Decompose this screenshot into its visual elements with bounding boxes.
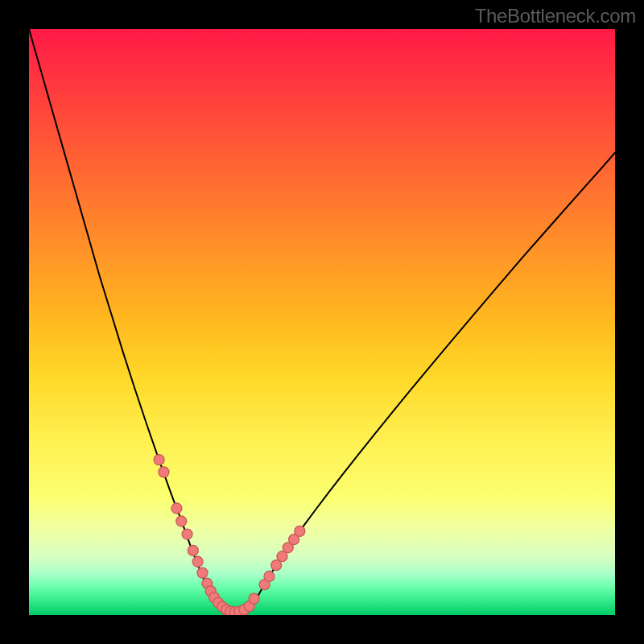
chart-frame: TheBottleneck.com [0,0,644,644]
chart-canvas [29,29,615,615]
watermark-text: TheBottleneck.com [475,5,636,27]
